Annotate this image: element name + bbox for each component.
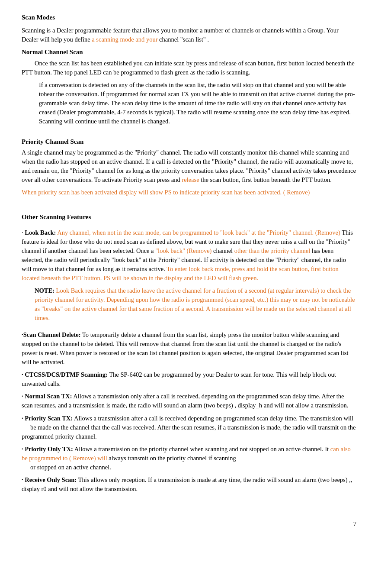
scan-channel-delete-item: ·Scan Channel Delete: To temporarily del… — [22, 330, 356, 367]
look-back-label: Look Back: — [25, 229, 56, 236]
priority-scan-tx-text2: be made on the channel that the call was… — [22, 424, 356, 440]
normal-channel-scan-p2: If a conversation is detected on any of … — [39, 81, 356, 126]
receive-only-scan-item: · Receive Only Scan: This allows only re… — [22, 475, 356, 494]
priority-scan-tx-item: · Priority Scan TX: Allows a transmissio… — [22, 414, 356, 441]
priority-only-tx-item: · Priority Only TX: Allows a transmissio… — [22, 445, 356, 472]
note-text-orange: Look Back requires that the radio leave … — [35, 287, 355, 321]
other-scanning-features-title: Other Scanning Features — [22, 213, 356, 222]
priority-only-tx-label: · Priority Only TX: — [22, 446, 73, 452]
priority-channel-scan-title: Priority Channel Scan — [22, 137, 356, 147]
priority-channel-scan-p1: A single channel may be programmed as th… — [22, 148, 356, 184]
page-container: Scan Modes Scanning is a Dealer programm… — [22, 13, 356, 529]
ctcss-scanning-item: · CTCSS/DCS/DTMF Scanning: The SP-6402 c… — [22, 370, 356, 388]
intro-text-end: channel "scan list" . — [157, 36, 209, 43]
scan-channel-delete-label: ·Scan Channel Delete: — [22, 331, 81, 338]
scan-modes-intro: Scanning is a Dealer programmable featur… — [22, 26, 356, 44]
priority-only-tx-text-end: always transmit on the priority channel … — [107, 455, 236, 462]
normal-scan-tx-label: · Normal Scan TX: — [22, 393, 72, 400]
normal-channel-scan-title: Normal Channel Scan — [22, 48, 356, 57]
priority-only-tx-text-start: Allows a transmission on the priority ch… — [73, 446, 330, 452]
look-back-mid: channel — [211, 247, 234, 254]
page-number: 7 — [22, 520, 356, 529]
intro-text-orange: a scanning mode and your — [92, 36, 157, 43]
receive-only-scan-label: · Receive Only Scan: — [22, 476, 77, 483]
normal-scan-tx-item: · Normal Scan TX: Allows a transmission … — [22, 392, 356, 410]
note-item: NOTE: Look Back requires that the radio … — [35, 286, 356, 323]
look-back-item: · Look Back: Any channel, when not in th… — [22, 228, 356, 283]
look-back-orange2: "look back" (Remove) — [155, 247, 211, 254]
priority-only-tx-text2: or stopped on an active channel. — [30, 464, 111, 471]
look-back-orange3: other than the priority channel — [234, 247, 311, 254]
priority-channel-scan-p2: When priority scan has been activated di… — [22, 188, 356, 197]
ctcss-scanning-label: · CTCSS/DCS/DTMF Scanning: — [22, 371, 108, 378]
normal-channel-scan-p1: Once the scan list has been established … — [22, 59, 356, 77]
note-label: NOTE: — [35, 287, 54, 294]
scan-modes-title: Scan Modes — [22, 13, 356, 23]
look-back-orange: Any channel, when not in the scan mode, … — [57, 229, 340, 236]
priority-scan-tx-label: · Priority Scan TX: — [22, 415, 73, 422]
priority-scan-tx-text: Allows a transmission after a call is re… — [73, 415, 353, 422]
